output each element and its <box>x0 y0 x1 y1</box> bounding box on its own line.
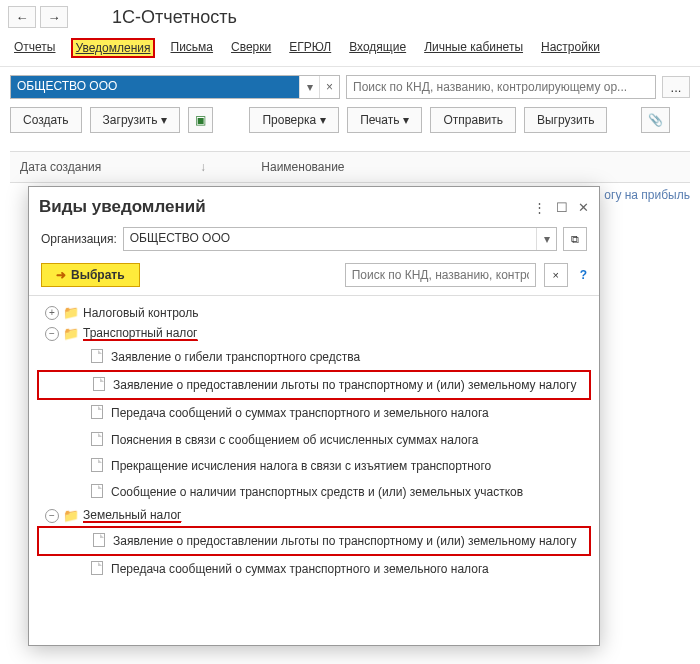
chevron-down-icon: ▾ <box>403 113 409 127</box>
select-button[interactable]: ➜ Выбрать <box>41 263 140 287</box>
document-icon <box>93 533 105 547</box>
document-icon <box>91 349 103 363</box>
search-box[interactable] <box>346 75 656 99</box>
org-filter-dropdown-icon[interactable]: ▾ <box>299 76 319 98</box>
help-icon[interactable]: ? <box>580 268 587 282</box>
arrow-icon: ➜ <box>56 268 66 282</box>
document-icon <box>93 377 105 391</box>
tab-notifications[interactable]: Уведомления <box>73 40 152 56</box>
grid-header: Дата создания ↓ Наименование <box>10 151 690 183</box>
document-icon <box>91 484 103 498</box>
dialog-search-box[interactable] <box>345 263 536 287</box>
sort-icon[interactable]: ↓ <box>200 160 206 174</box>
org-filter-combo[interactable]: ОБЩЕСТВО ООО ▾ × <box>10 75 340 99</box>
dialog-search-clear[interactable]: × <box>544 263 568 287</box>
notification-types-dialog: Виды уведомлений ⋮ ☐ ✕ Организация: ОБЩЕ… <box>28 186 600 646</box>
col-name[interactable]: Наименование <box>261 160 344 174</box>
collapse-toggle[interactable]: − <box>45 509 59 523</box>
document-icon <box>91 432 103 446</box>
tab-incoming[interactable]: Входящие <box>349 40 406 56</box>
tree-item[interactable]: Пояснения в связи с сообщением об исчисл… <box>111 432 591 448</box>
create-button[interactable]: Создать <box>10 107 82 133</box>
app-title: 1С-Отчетность <box>112 7 237 28</box>
tree-cat-land-tax[interactable]: Земельный налог <box>83 508 181 523</box>
tree-item[interactable]: Сообщение о наличии транспортных средств… <box>111 484 591 500</box>
check-button[interactable]: Проверка ▾ <box>249 107 339 133</box>
forward-button[interactable]: → <box>40 6 68 28</box>
org-filter-value: ОБЩЕСТВО ООО <box>11 76 299 98</box>
tabs: Отчеты Уведомления Письма Сверки ЕГРЮЛ В… <box>0 34 700 67</box>
print-button[interactable]: Печать ▾ <box>347 107 422 133</box>
dialog-menu-icon[interactable]: ⋮ <box>533 200 546 215</box>
highlighted-item-land[interactable]: Заявление о предоставлении льготы по тра… <box>37 526 591 556</box>
chevron-down-icon: ▾ <box>320 113 326 127</box>
load-button[interactable]: Загрузить ▾ <box>90 107 181 133</box>
folder-icon: 📁 <box>63 326 79 341</box>
folder-icon: 📁 <box>63 508 79 523</box>
tab-reports[interactable]: Отчеты <box>14 40 55 56</box>
chevron-down-icon[interactable]: ▾ <box>536 228 556 250</box>
tree: + 📁 Налоговый контроль − 📁 Транспортный … <box>29 295 599 645</box>
tree-item[interactable]: Прекращение исчисления налога в связи с … <box>111 458 591 474</box>
tree-item[interactable]: Заявление о гибели транспортного средств… <box>111 349 591 365</box>
tab-settings[interactable]: Настройки <box>541 40 600 56</box>
dialog-close-icon[interactable]: ✕ <box>578 200 589 215</box>
tree-cat-transport-tax[interactable]: Транспортный налог <box>83 326 198 341</box>
tree-item[interactable]: Заявление о предоставлении льготы по тра… <box>113 533 589 549</box>
search-more-button[interactable]: ... <box>662 76 690 98</box>
tab-egrul[interactable]: ЕГРЮЛ <box>289 40 331 56</box>
check-label: Проверка <box>262 113 316 127</box>
dialog-org-combo[interactable]: ОБЩЕСТВО ООО ▾ <box>123 227 557 251</box>
org-filter-clear-icon[interactable]: × <box>319 76 339 98</box>
tree-item[interactable]: Передача сообщений о суммах транспортног… <box>111 405 591 421</box>
tree-item[interactable]: Заявление о предоставлении льготы по тра… <box>113 377 589 393</box>
export-button[interactable]: Выгрузить <box>524 107 608 133</box>
select-label: Выбрать <box>71 268 125 282</box>
print-label: Печать <box>360 113 399 127</box>
load-label: Загрузить <box>103 113 158 127</box>
dialog-maximize-icon[interactable]: ☐ <box>556 200 568 215</box>
dialog-search-input[interactable] <box>346 265 535 285</box>
attach-button[interactable]: 📎 <box>641 107 670 133</box>
collapse-toggle[interactable]: − <box>45 327 59 341</box>
document-icon <box>91 405 103 419</box>
expand-toggle[interactable]: + <box>45 306 59 320</box>
search-input[interactable] <box>347 77 655 97</box>
dialog-title: Виды уведомлений <box>39 197 206 217</box>
app-icon-button[interactable]: ▣ <box>188 107 213 133</box>
dialog-org-value: ОБЩЕСТВО ООО <box>124 228 536 250</box>
document-icon <box>91 561 103 575</box>
chevron-down-icon: ▾ <box>161 113 167 127</box>
tab-accounts[interactable]: Личные кабинеты <box>424 40 523 56</box>
background-row-text: огу на прибыль <box>604 188 690 202</box>
org-label: Организация: <box>41 232 117 246</box>
tree-cat-tax-control[interactable]: Налоговый контроль <box>83 306 199 320</box>
back-button[interactable]: ← <box>8 6 36 28</box>
tab-reconciliations[interactable]: Сверки <box>231 40 271 56</box>
highlighted-item-transport[interactable]: Заявление о предоставлении льготы по тра… <box>37 370 591 400</box>
tree-item[interactable]: Передача сообщений о суммах транспортног… <box>111 561 591 577</box>
send-button[interactable]: Отправить <box>430 107 516 133</box>
col-date[interactable]: Дата создания <box>20 160 101 174</box>
dialog-org-popup-button[interactable]: ⧉ <box>563 227 587 251</box>
folder-icon: 📁 <box>63 305 79 320</box>
tab-letters[interactable]: Письма <box>171 40 214 56</box>
document-icon <box>91 458 103 472</box>
